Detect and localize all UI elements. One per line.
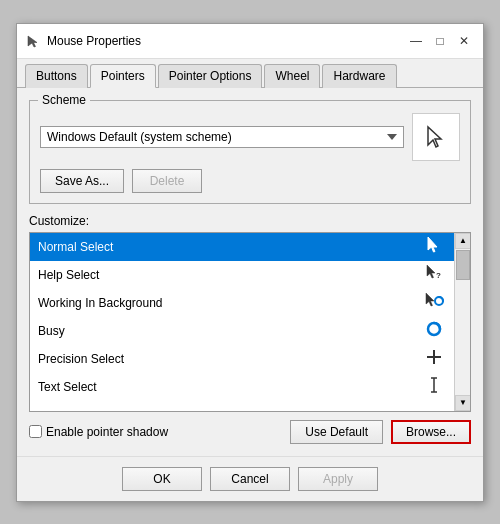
tab-buttons[interactable]: Buttons [25,64,88,88]
cursor-list[interactable]: Normal Select Help Select ? [30,233,454,411]
cursor-icon-precision-select [422,348,446,369]
cancel-button[interactable]: Cancel [210,467,290,491]
mouse-properties-window: Mouse Properties — □ ✕ Buttons Pointers … [16,23,484,502]
scroll-thumb[interactable] [456,250,470,280]
cursor-icon-working-background [422,292,446,313]
window-controls: — □ ✕ [405,30,475,52]
cursor-preview [412,113,460,161]
close-button[interactable]: ✕ [453,30,475,52]
shadow-option-row: Enable pointer shadow [29,425,282,439]
window-title: Mouse Properties [47,34,405,48]
svg-marker-3 [427,265,435,278]
scroll-up-button[interactable]: ▲ [455,233,471,249]
cursor-item-normal-select[interactable]: Normal Select [30,233,454,261]
use-default-button[interactable]: Use Default [290,420,383,444]
scheme-group: Scheme Windows Default (system scheme) W… [29,100,471,204]
svg-marker-0 [28,36,37,47]
cursor-item-precision-select[interactable]: Precision Select [30,345,454,373]
cursor-label-text-select: Text Select [38,380,422,394]
svg-marker-5 [426,293,434,306]
tab-bar: Buttons Pointers Pointer Options Wheel H… [17,59,483,88]
bottom-options: Enable pointer shadow Use Default Browse… [29,420,471,444]
title-bar: Mouse Properties — □ ✕ [17,24,483,59]
minimize-button[interactable]: — [405,30,427,52]
tab-wheel[interactable]: Wheel [264,64,320,88]
cursor-label-precision-select: Precision Select [38,352,422,366]
scheme-dropdown[interactable]: Windows Default (system scheme) Windows … [40,126,404,148]
shadow-label[interactable]: Enable pointer shadow [46,425,168,439]
browse-button[interactable]: Browse... [391,420,471,444]
cursor-item-help-select[interactable]: Help Select ? [30,261,454,289]
svg-text:?: ? [436,271,441,280]
cursor-item-working-background[interactable]: Working In Background [30,289,454,317]
scheme-group-label: Scheme [38,93,90,107]
tab-content: Scheme Windows Default (system scheme) W… [17,88,483,456]
apply-button[interactable]: Apply [298,467,378,491]
cursor-icon-normal-select [422,236,446,257]
scroll-down-button[interactable]: ▼ [455,395,471,411]
customize-label: Customize: [29,214,471,228]
cursor-label-help-select: Help Select [38,268,422,282]
cursor-label-normal-select: Normal Select [38,240,422,254]
svg-marker-1 [428,127,441,147]
cursor-item-text-select[interactable]: Text Select [30,373,454,401]
tab-pointers[interactable]: Pointers [90,64,156,88]
scheme-row: Windows Default (system scheme) Windows … [40,113,460,161]
cursor-list-container: Normal Select Help Select ? [29,232,471,412]
delete-button[interactable]: Delete [132,169,202,193]
cursor-icon-help-select: ? [422,264,446,285]
footer: OK Cancel Apply [17,456,483,501]
cursor-item-busy[interactable]: Busy [30,317,454,345]
scheme-buttons: Save As... Delete [40,169,460,193]
cursor-icon-text-select [422,376,446,397]
cursor-list-scrollbar[interactable]: ▲ ▼ [454,233,470,411]
maximize-button[interactable]: □ [429,30,451,52]
cursor-icon-busy [422,320,446,341]
save-as-button[interactable]: Save As... [40,169,124,193]
scroll-track[interactable] [455,249,470,395]
cursor-label-busy: Busy [38,324,422,338]
cursor-label-working-background: Working In Background [38,296,422,310]
svg-marker-2 [428,237,437,252]
tab-hardware[interactable]: Hardware [322,64,396,88]
window-icon [25,33,41,49]
ok-button[interactable]: OK [122,467,202,491]
tab-pointer-options[interactable]: Pointer Options [158,64,263,88]
shadow-checkbox[interactable] [29,425,42,438]
